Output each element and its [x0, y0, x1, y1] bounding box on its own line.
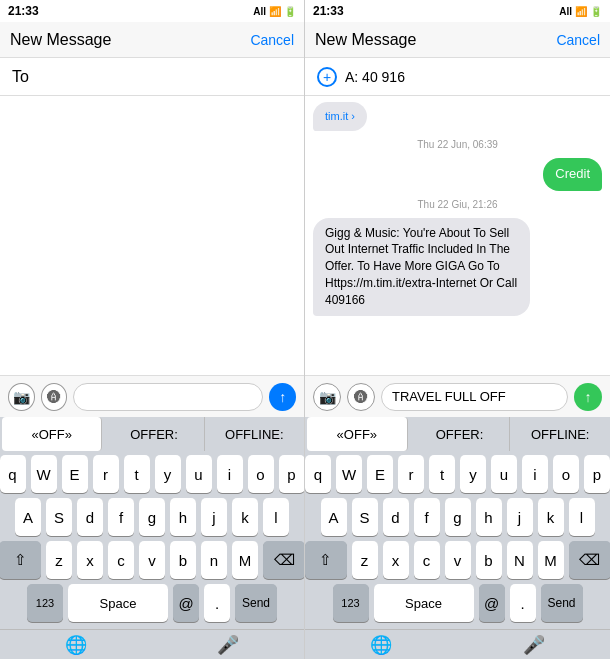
- key-q-left[interactable]: q: [0, 455, 26, 493]
- key-r-right[interactable]: r: [398, 455, 424, 493]
- period-key-left[interactable]: .: [204, 584, 230, 622]
- key-w-right[interactable]: W: [336, 455, 362, 493]
- autocomplete-item-1-right[interactable]: «OFF»: [307, 417, 408, 451]
- key-h-right[interactable]: h: [476, 498, 502, 536]
- key-d-right[interactable]: d: [383, 498, 409, 536]
- time-left: 21:33: [8, 4, 39, 18]
- autocomplete-item-3-left[interactable]: OFFLINE:: [205, 417, 304, 451]
- key-k-left[interactable]: k: [232, 498, 258, 536]
- key-y-left[interactable]: y: [155, 455, 181, 493]
- signal-right: All: [559, 6, 572, 17]
- key-i-right[interactable]: i: [522, 455, 548, 493]
- key-o-left[interactable]: o: [248, 455, 274, 493]
- mic-icon-left[interactable]: 🎤: [217, 634, 239, 656]
- key-b-left[interactable]: b: [170, 541, 196, 579]
- key-row-1-right: q W E r t y u i o p: [307, 455, 608, 493]
- key-r-left[interactable]: r: [93, 455, 119, 493]
- key-v-left[interactable]: v: [139, 541, 165, 579]
- app-button-right[interactable]: 🅐: [347, 383, 375, 411]
- delete-key-left[interactable]: ⌫: [263, 541, 305, 579]
- key-c-left[interactable]: c: [108, 541, 134, 579]
- key-m-right[interactable]: M: [538, 541, 564, 579]
- key-n-left[interactable]: n: [201, 541, 227, 579]
- left-panel: 21:33 All 📶 🔋 New Message Cancel To 📷 🅐 …: [0, 0, 305, 659]
- key-p-right[interactable]: p: [584, 455, 610, 493]
- key-j-left[interactable]: j: [201, 498, 227, 536]
- key-w-left[interactable]: W: [31, 455, 57, 493]
- key-s-left[interactable]: S: [46, 498, 72, 536]
- key-h-left[interactable]: h: [170, 498, 196, 536]
- num-key-right[interactable]: 123: [333, 584, 369, 622]
- delete-key-right[interactable]: ⌫: [569, 541, 611, 579]
- key-v-right[interactable]: v: [445, 541, 471, 579]
- key-d2-left[interactable]: d: [77, 498, 103, 536]
- key-g-left[interactable]: g: [139, 498, 165, 536]
- autocomplete-bar-right: «OFF» OFFER: OFFLINE:: [305, 417, 610, 451]
- send-button-right[interactable]: ↑: [574, 383, 602, 411]
- cancel-button-right[interactable]: Cancel: [556, 32, 600, 48]
- globe-icon-left[interactable]: 🌐: [65, 634, 87, 656]
- key-e-right[interactable]: E: [367, 455, 393, 493]
- autocomplete-item-2-right[interactable]: OFFER:: [410, 417, 511, 451]
- message-input-right[interactable]: TRAVEL FULL OFF: [381, 383, 568, 411]
- globe-icon-right[interactable]: 🌐: [370, 634, 392, 656]
- key-row-3-right: ⇧ z x c v b N M ⌫: [307, 541, 608, 579]
- send-key-right[interactable]: Send: [541, 584, 583, 622]
- to-input-left[interactable]: [37, 69, 292, 85]
- space-key-right[interactable]: Space: [374, 584, 474, 622]
- message-input-left[interactable]: [73, 383, 263, 411]
- key-m-left[interactable]: M: [232, 541, 258, 579]
- key-u-left[interactable]: u: [186, 455, 212, 493]
- key-p-left[interactable]: p: [279, 455, 305, 493]
- key-k-right[interactable]: k: [538, 498, 564, 536]
- key-y-right[interactable]: y: [460, 455, 486, 493]
- input-bar-right: 📷 🅐 TRAVEL FULL OFF ↑: [305, 375, 610, 417]
- autocomplete-item-2-left[interactable]: OFFER:: [104, 417, 204, 451]
- key-f-right[interactable]: f: [414, 498, 440, 536]
- key-l-left[interactable]: l: [263, 498, 289, 536]
- key-x-right[interactable]: x: [383, 541, 409, 579]
- period-key-right[interactable]: .: [510, 584, 536, 622]
- camera-button-left[interactable]: 📷: [8, 383, 35, 411]
- shift-key-left[interactable]: ⇧: [0, 541, 41, 579]
- at-key-left[interactable]: @: [173, 584, 199, 622]
- message-received-2: Gigg & Music: You're About To Sell Out I…: [313, 218, 602, 316]
- key-x-left[interactable]: x: [77, 541, 103, 579]
- cancel-button-left[interactable]: Cancel: [250, 32, 294, 48]
- key-l-right[interactable]: l: [569, 498, 595, 536]
- key-n-right[interactable]: N: [507, 541, 533, 579]
- key-row-4-right: 123 Space @ . Send: [307, 584, 608, 622]
- mic-icon-right[interactable]: 🎤: [523, 634, 545, 656]
- key-a-right[interactable]: A: [321, 498, 347, 536]
- autocomplete-item-3-right[interactable]: OFFLINE:: [510, 417, 610, 451]
- key-u-right[interactable]: u: [491, 455, 517, 493]
- shift-key-right[interactable]: ⇧: [305, 541, 347, 579]
- keyboard-left: q W E r t y u i o p A S d f g h j k l ⇧ …: [0, 451, 304, 629]
- space-key-left[interactable]: Space: [68, 584, 168, 622]
- bottom-bar-left: 🌐 🎤: [0, 629, 304, 659]
- key-i-left[interactable]: i: [217, 455, 243, 493]
- key-t-right[interactable]: t: [429, 455, 455, 493]
- key-e-left[interactable]: E: [62, 455, 88, 493]
- bubble-1: tim.it ›: [313, 102, 367, 131]
- at-key-right[interactable]: @: [479, 584, 505, 622]
- num-key-left[interactable]: 123: [27, 584, 63, 622]
- key-q-right[interactable]: q: [305, 455, 331, 493]
- key-s-right[interactable]: S: [352, 498, 378, 536]
- plus-button-right[interactable]: +: [317, 67, 337, 87]
- key-z-left[interactable]: z: [46, 541, 72, 579]
- send-key-left[interactable]: Send: [235, 584, 277, 622]
- key-b-right[interactable]: b: [476, 541, 502, 579]
- camera-button-right[interactable]: 📷: [313, 383, 341, 411]
- send-button-left[interactable]: ↑: [269, 383, 296, 411]
- key-o-right[interactable]: o: [553, 455, 579, 493]
- key-j-right[interactable]: j: [507, 498, 533, 536]
- key-t-left[interactable]: t: [124, 455, 150, 493]
- key-a-left[interactable]: A: [15, 498, 41, 536]
- key-c-right[interactable]: c: [414, 541, 440, 579]
- app-button-left[interactable]: 🅐: [41, 383, 68, 411]
- key-z-right[interactable]: z: [352, 541, 378, 579]
- autocomplete-item-1-left[interactable]: «OFF»: [2, 417, 102, 451]
- key-f-left[interactable]: f: [108, 498, 134, 536]
- key-g-right[interactable]: g: [445, 498, 471, 536]
